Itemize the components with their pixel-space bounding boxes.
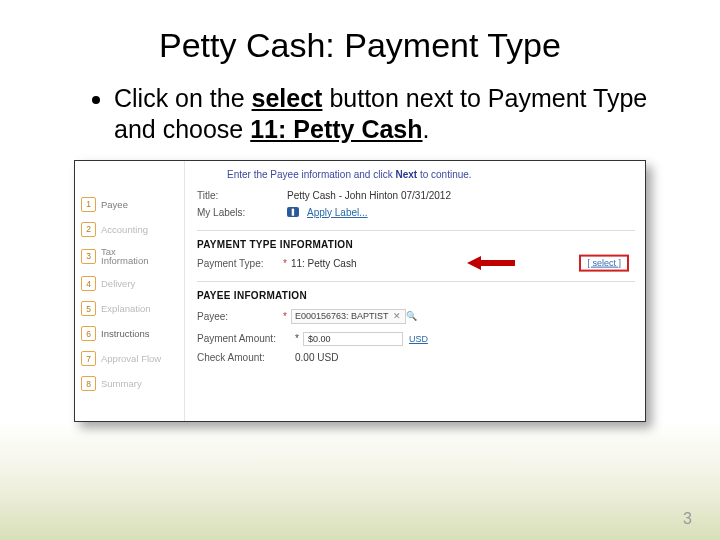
- step-label: Delivery: [101, 278, 135, 289]
- title-value: Petty Cash - John Hinton 07/31/2012: [287, 190, 451, 201]
- bullet-text-pre: Click on the: [114, 84, 252, 112]
- instruction-next-word: Next: [395, 169, 417, 180]
- step-number: 5: [81, 301, 96, 316]
- clear-icon[interactable]: ✕: [391, 311, 402, 322]
- payment-type-value: 11: Petty Cash: [291, 258, 357, 269]
- fade-cutoff: [185, 413, 645, 421]
- step-label: Instructions: [101, 328, 150, 339]
- payment-amount-label: Payment Amount:: [197, 333, 295, 344]
- select-button-label: [ select ]: [587, 258, 621, 268]
- bullet-text-choice: 11: Petty Cash: [250, 115, 422, 143]
- payment-amount-input[interactable]: $0.00: [303, 332, 403, 346]
- instruction-pre: Enter the Payee information and click: [227, 169, 395, 180]
- step-number: 6: [81, 326, 96, 341]
- wizard-step-accounting[interactable]: 2 Accounting: [81, 222, 180, 237]
- wizard-step-summary[interactable]: 8 Summary: [81, 376, 180, 391]
- payment-type-label: Payment Type:: [197, 258, 279, 269]
- check-amount-label: Check Amount:: [197, 352, 295, 363]
- section-payee-info: PAYEE INFORMATION: [197, 281, 635, 301]
- payment-type-row: Payment Type: * 11: Petty Cash [ select …: [197, 258, 635, 269]
- payee-lookup-field[interactable]: E000156763: BAPTIST ✕: [291, 309, 407, 324]
- screenshot-main: Enter the Payee information and click Ne…: [185, 161, 645, 421]
- wizard-step-delivery[interactable]: 4 Delivery: [81, 276, 180, 291]
- search-icon[interactable]: 🔍: [406, 311, 417, 322]
- wizard-step-instructions[interactable]: 6 Instructions: [81, 326, 180, 341]
- currency-link[interactable]: USD: [409, 334, 428, 344]
- step-label: Explanation: [101, 303, 151, 314]
- step-number: 8: [81, 376, 96, 391]
- mylabels-label: My Labels:: [197, 207, 279, 218]
- wizard-step-explanation[interactable]: 5 Explanation: [81, 301, 180, 316]
- step-number: 3: [81, 249, 96, 264]
- page-number: 3: [683, 510, 692, 528]
- screenshot-frame: 1 Payee 2 Accounting 3 Tax Information 4…: [74, 160, 646, 422]
- mylabels-row: My Labels: ❚ Apply Label...: [197, 207, 635, 218]
- step-label: Approval Flow: [101, 353, 161, 364]
- wizard-sidebar: 1 Payee 2 Accounting 3 Tax Information 4…: [75, 161, 185, 421]
- step-number: 2: [81, 222, 96, 237]
- wizard-step-tax[interactable]: 3 Tax Information: [81, 247, 180, 267]
- tag-icon: ❚: [287, 207, 299, 217]
- step-number: 4: [81, 276, 96, 291]
- payee-row: Payee: * E000156763: BAPTIST ✕ 🔍: [197, 309, 635, 324]
- slide: Petty Cash: Payment Type Click on the se…: [0, 0, 720, 540]
- payment-amount-row: Payment Amount: * $0.00 USD: [197, 332, 635, 346]
- title-label: Title:: [197, 190, 279, 201]
- title-row: Title: Petty Cash - John Hinton 07/31/20…: [197, 190, 635, 201]
- step-label: Summary: [101, 378, 142, 389]
- apply-label-link[interactable]: Apply Label...: [307, 207, 368, 218]
- instruction-post: to continue.: [417, 169, 471, 180]
- wizard-step-approval[interactable]: 7 Approval Flow: [81, 351, 180, 366]
- check-amount-row: Check Amount: 0.00 USD: [197, 352, 635, 363]
- bullet-text-post: .: [423, 115, 430, 143]
- required-asterisk: *: [295, 333, 299, 344]
- step-label: Accounting: [101, 224, 148, 235]
- bullet-text-select: select: [252, 84, 323, 112]
- step-label: Tax Information: [101, 247, 149, 267]
- step-number: 7: [81, 351, 96, 366]
- wizard-step-payee[interactable]: 1 Payee: [81, 197, 180, 212]
- step-number: 1: [81, 197, 96, 212]
- check-amount-value: 0.00 USD: [295, 352, 338, 363]
- select-button[interactable]: [ select ]: [579, 255, 629, 272]
- payee-value: E000156763: BAPTIST: [295, 311, 389, 321]
- instruction-text: Enter the Payee information and click Ne…: [227, 169, 635, 180]
- payee-label: Payee:: [197, 311, 279, 322]
- required-asterisk: *: [283, 258, 287, 269]
- callout-arrow-icon: [467, 256, 515, 270]
- required-asterisk: *: [283, 311, 287, 322]
- section-payment-type: PAYMENT TYPE INFORMATION: [197, 230, 635, 250]
- slide-title: Petty Cash: Payment Type: [50, 26, 670, 65]
- bullet-list: Click on the select button next to Payme…: [56, 83, 670, 146]
- bullet-item: Click on the select button next to Payme…: [114, 83, 670, 146]
- step-label: Payee: [101, 199, 128, 210]
